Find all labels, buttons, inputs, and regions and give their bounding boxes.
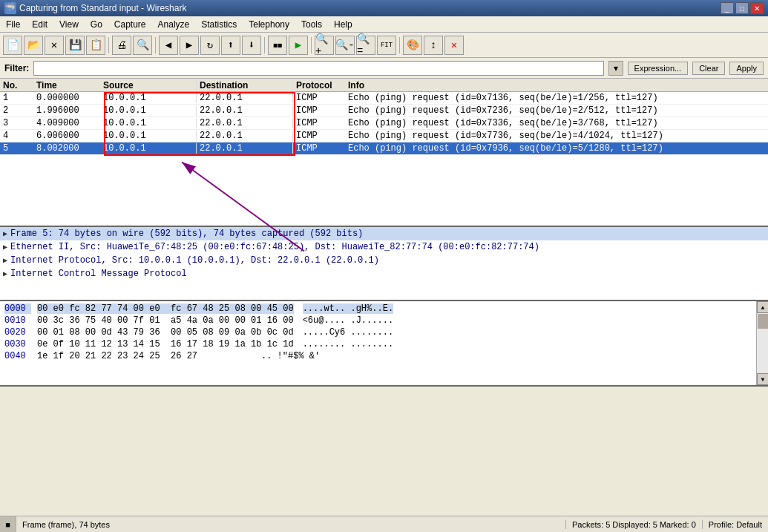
close-button[interactable]: ✕	[750, 2, 764, 14]
toolbar-open-btn[interactable]: 📂	[24, 36, 43, 55]
status-frame-text: Frame (frame), 74 bytes	[16, 520, 565, 529]
header-destination: Destination	[197, 80, 293, 91]
header-info: Info	[345, 80, 768, 91]
titlebar-controls[interactable]: _ □ ✕	[721, 2, 764, 14]
cell-dst: 22.0.0.1	[197, 118, 293, 128]
toolbar-colorize[interactable]: 🎨	[403, 36, 422, 55]
toolbar-zoom-out[interactable]: 🔍-	[335, 36, 355, 55]
expand-icon: ▶	[3, 243, 7, 252]
table-row[interactable]: 5 8.002000 10.0.0.1 22.0.0.1 ICMP Echo (…	[0, 142, 768, 155]
cell-info: Echo (ping) request (id=0x7136, seq(be/l…	[345, 93, 768, 103]
menu-statistics[interactable]: Statistics	[195, 16, 243, 32]
cell-info: Echo (ping) request (id=0x7736, seq(be/l…	[345, 131, 768, 141]
toolbar-reload-btn[interactable]: ↻	[200, 36, 220, 55]
packet-list-header: No. Time Source Destination Protocol Inf…	[0, 79, 768, 92]
status-profile-text: Profile: Default	[702, 520, 768, 529]
menubar: File Edit View Go Capture Analyze Statis…	[0, 16, 768, 33]
toolbar-zoom-fit[interactable]: FIT	[377, 36, 396, 55]
maximize-button[interactable]: □	[735, 2, 749, 14]
menu-telephony[interactable]: Telephony	[243, 16, 295, 32]
detail-row[interactable]: ▶Ethernet II, Src: HuaweiTe_67:48:25 (00…	[0, 240, 768, 254]
menu-analyze[interactable]: Analyze	[152, 16, 196, 32]
detail-row[interactable]: ▶Internet Protocol, Src: 10.0.0.1 (10.0.…	[0, 254, 768, 267]
cell-dst: 22.0.0.1	[197, 105, 293, 116]
filter-apply-btn[interactable]: Apply	[729, 62, 764, 75]
titlebar-left: 🦈 Capturing from Standard input - Wiresh…	[4, 2, 186, 14]
toolbar-go-fwd-btn[interactable]: ▶	[180, 36, 199, 55]
status-icon: ■	[0, 516, 16, 532]
toolbar-save-btn[interactable]: 💾	[65, 36, 85, 55]
toolbar-coloring[interactable]: ✕	[444, 36, 464, 55]
toolbar-sep-2	[155, 37, 156, 53]
toolbar-close-btn[interactable]: ✕	[45, 36, 64, 55]
expand-icon: ▶	[3, 256, 7, 265]
menu-capture[interactable]: Capture	[108, 16, 152, 32]
toolbar-zoom-in[interactable]: 🔍+	[315, 36, 334, 55]
cell-dst: 22.0.0.1	[197, 143, 293, 154]
toolbar-go-back-btn[interactable]: ◀	[159, 36, 178, 55]
filter-input[interactable]	[33, 61, 603, 76]
cell-info: Echo (ping) request (id=0x7936, seq(be/l…	[345, 143, 768, 154]
cell-dst: 22.0.0.1	[197, 131, 293, 141]
menu-file[interactable]: File	[0, 16, 26, 32]
toolbar-zoom-reset[interactable]: 🔍=	[356, 36, 375, 55]
cell-dst: 22.0.0.1	[197, 93, 293, 103]
filter-clear-btn[interactable]: Clear	[692, 62, 725, 75]
menu-tools[interactable]: Tools	[295, 16, 328, 32]
expand-icon: ▶	[3, 229, 7, 238]
table-row[interactable]: 2 1.996000 10.0.0.1 22.0.0.1 ICMP Echo (…	[0, 105, 768, 117]
menu-edit[interactable]: Edit	[26, 16, 53, 32]
packet-list-wrapper: No. Time Source Destination Protocol Inf…	[0, 79, 768, 227]
hex-scrollbar[interactable]: ▲ ▼	[756, 301, 768, 385]
toolbar-stop-btn[interactable]: ⬆	[221, 36, 240, 55]
minimize-button[interactable]: _	[721, 2, 734, 14]
cell-no: 3	[0, 118, 33, 128]
menu-view[interactable]: View	[53, 16, 85, 32]
toolbar-save-as-btn[interactable]: 📋	[86, 36, 105, 55]
cell-time: 6.006000	[33, 131, 100, 141]
hex-ascii: ........ ........	[303, 339, 393, 349]
hex-ascii: ....wt.. .gH%..E.	[303, 303, 393, 314]
detail-row[interactable]: ▶Frame 5: 74 bytes on wire (592 bits), 7…	[0, 227, 768, 240]
hex-row: 00300e 0f 10 11 12 13 14 15 16 17 18 19 …	[4, 338, 752, 350]
table-row[interactable]: 1 0.000000 10.0.0.1 22.0.0.1 ICMP Echo (…	[0, 92, 768, 105]
filter-dropdown-btn[interactable]: ▾	[608, 61, 623, 76]
hex-content: 000000 e0 fc 82 77 74 00 e0 fc 67 48 25 …	[0, 301, 756, 385]
toolbar-autoscroll[interactable]: ↕	[424, 36, 443, 55]
hex-row: 001000 3c 36 75 40 00 7f 01 a5 4a 0a 00 …	[4, 315, 752, 326]
filter-label: Filter:	[4, 63, 29, 73]
menu-go[interactable]: Go	[85, 16, 108, 32]
status-packets-text: Packets: 5 Displayed: 5 Marked: 0	[565, 520, 702, 529]
hex-ascii: <6u@.... .J......	[303, 315, 393, 326]
scroll-down-btn[interactable]: ▼	[757, 373, 768, 385]
scroll-thumb[interactable]	[758, 314, 768, 329]
detail-row[interactable]: ▶Internet Control Message Protocol	[0, 267, 768, 280]
toolbar-down-btn[interactable]: ⬇	[242, 36, 261, 55]
filterbar: Filter: ▾ Expression... Clear Apply	[0, 58, 768, 79]
toolbar-capture-opts[interactable]: ◼◼	[268, 36, 287, 55]
statusbar: ■ Frame (frame), 74 bytes Packets: 5 Dis…	[0, 516, 768, 532]
hex-rows-container: 000000 e0 fc 82 77 74 00 e0 fc 67 48 25 …	[4, 303, 752, 362]
toolbar-sep-3	[264, 37, 265, 53]
scroll-up-btn[interactable]: ▲	[757, 301, 768, 313]
detail-text: Internet Protocol, Src: 10.0.0.1 (10.0.0…	[10, 255, 379, 266]
cell-no: 2	[0, 105, 33, 116]
table-row[interactable]: 3 4.009000 10.0.0.1 22.0.0.1 ICMP Echo (…	[0, 117, 768, 130]
hex-bytes: 00 01 08 00 0d 43 79 36 00 05 08 09 0a 0…	[37, 327, 294, 338]
packet-list[interactable]: No. Time Source Destination Protocol Inf…	[0, 79, 768, 227]
hex-offset: 0000	[4, 303, 31, 314]
cell-time: 4.009000	[33, 118, 100, 128]
cell-src: 10.0.0.1	[100, 93, 197, 103]
filter-expression-btn[interactable]: Expression...	[628, 62, 689, 75]
menu-help[interactable]: Help	[328, 16, 358, 32]
toolbar-new-btn[interactable]: 📄	[3, 36, 22, 55]
toolbar-find-btn[interactable]: 🔍	[133, 36, 152, 55]
app-icon: 🦈	[4, 2, 16, 14]
toolbar-sep-1	[108, 37, 109, 53]
toolbar-print-btn[interactable]: 🖨	[112, 36, 131, 55]
hex-offset: 0020	[4, 327, 31, 338]
toolbar-capture-start[interactable]: ▶	[289, 36, 308, 55]
table-row[interactable]: 4 6.006000 10.0.0.1 22.0.0.1 ICMP Echo (…	[0, 130, 768, 142]
cell-proto: ICMP	[293, 143, 345, 154]
hex-bytes: 0e 0f 10 11 12 13 14 15 16 17 18 19 1a 1…	[37, 339, 294, 349]
